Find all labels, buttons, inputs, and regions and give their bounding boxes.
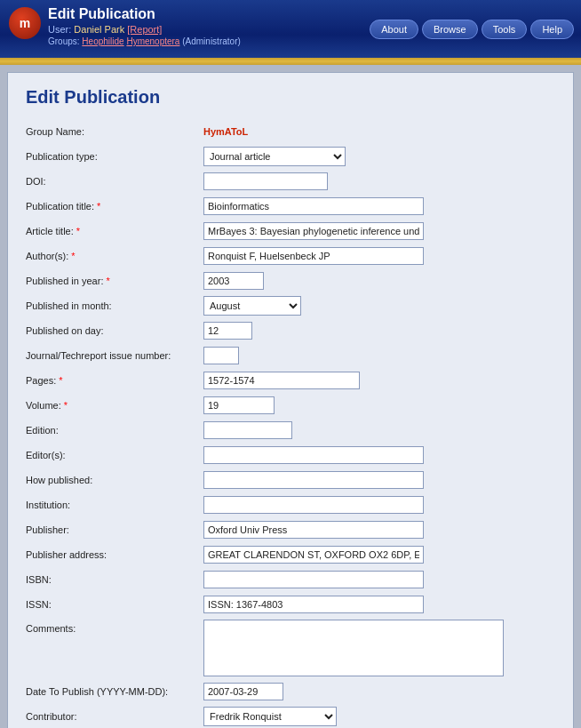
volume-input[interactable] [203, 396, 275, 414]
publisher-address-label: Publisher address: [26, 549, 203, 560]
institution-input[interactable] [203, 496, 424, 514]
header-title-block: Edit Publication User: Daniel Park [Repo… [48, 5, 241, 46]
article-title-row: Article title: * [26, 221, 555, 241]
header-left: m Edit Publication User: Daniel Park [Re… [0, 0, 370, 58]
date-to-publish-row: Date To Publish (YYYY-MM-DD): [26, 682, 555, 701]
doi-input[interactable] [203, 172, 328, 190]
publisher-label: Publisher: [26, 524, 203, 535]
published-year-label: Published in year: * [26, 276, 203, 286]
publication-title-label: Publication title: * [26, 201, 203, 212]
doi-label: DOI: [26, 176, 203, 187]
comments-row: Comments: [26, 620, 555, 676]
date-to-publish-label: Date To Publish (YYYY-MM-DD): [26, 686, 203, 697]
comments-textarea[interactable] [203, 620, 504, 676]
volume-label: Volume: * [26, 400, 203, 411]
page-title: Edit Publication [26, 87, 555, 108]
user-label: User: [48, 24, 71, 35]
header-nav: About Browse Tools Help [370, 0, 581, 58]
article-title-input[interactable] [203, 222, 424, 240]
group-name-row: Group Name: HymAToL [26, 122, 555, 141]
issn-row: ISSN: [26, 595, 555, 614]
editors-input[interactable] [203, 446, 424, 464]
how-published-input[interactable] [203, 471, 424, 489]
authors-label: Author(s): * [26, 251, 203, 261]
contributor-row: Contributor: Fredrik Ronquist Daniel Par… [26, 707, 555, 726]
journal-issue-row: Journal/Techreport issue number: [26, 346, 555, 365]
published-day-row: Published on day: [26, 321, 555, 340]
header-groups: Groups: Heophilide Hymenoptera (Administ… [48, 36, 241, 46]
page-title-header: Edit Publication [48, 5, 241, 22]
published-month-select[interactable]: January February March April May June Ju… [203, 296, 301, 316]
editors-row: Editor(s): [26, 445, 555, 465]
published-year-input[interactable] [203, 272, 264, 290]
journal-issue-label: Journal/Techreport issue number: [26, 350, 203, 361]
help-button[interactable]: Help [530, 20, 574, 39]
publisher-row: Publisher: [26, 520, 555, 540]
published-day-input[interactable] [203, 322, 252, 340]
pages-label: Pages: * [26, 375, 203, 386]
edition-label: Edition: [26, 425, 203, 436]
authors-input[interactable] [203, 247, 424, 265]
header-user: User: Daniel Park [Report] [48, 24, 241, 35]
browse-button[interactable]: Browse [422, 20, 478, 39]
issn-input[interactable] [203, 596, 424, 613]
publication-title-row: Publication title: * [26, 196, 555, 216]
published-day-label: Published on day: [26, 325, 203, 336]
group2-link[interactable]: Hymenoptera [126, 36, 179, 46]
editors-label: Editor(s): [26, 450, 203, 460]
publication-type-row: Publication type: Journal article Book B… [26, 147, 555, 166]
group1-link[interactable]: Heophilide [82, 36, 123, 46]
publication-type-label: Publication type: [26, 151, 203, 162]
header-divider [0, 58, 581, 65]
how-published-row: How published: [26, 470, 555, 490]
publisher-address-row: Publisher address: [26, 545, 555, 564]
groups-label: Groups: [48, 36, 80, 46]
about-button[interactable]: About [370, 20, 418, 39]
journal-issue-input[interactable] [203, 347, 239, 364]
group3: (Administrator) [182, 36, 241, 46]
published-month-row: Published in month: January February Mar… [26, 296, 555, 316]
contributor-label: Contributor: [26, 711, 203, 722]
contributor-select[interactable]: Fredrik Ronquist Daniel Park [203, 707, 337, 726]
authors-row: Author(s): * [26, 246, 555, 266]
isbn-input[interactable] [203, 571, 424, 588]
article-title-label: Article title: * [26, 226, 203, 236]
date-to-publish-input[interactable] [203, 683, 283, 700]
institution-label: Institution: [26, 500, 203, 510]
report-link[interactable]: [Report] [127, 24, 162, 35]
isbn-row: ISBN: [26, 570, 555, 589]
edition-row: Edition: [26, 420, 555, 440]
institution-row: Institution: [26, 495, 555, 515]
isbn-label: ISBN: [26, 574, 203, 585]
publication-title-input[interactable] [203, 197, 424, 215]
header: m Edit Publication User: Daniel Park [Re… [0, 0, 581, 58]
volume-row: Volume: * [26, 396, 555, 415]
publication-type-select[interactable]: Journal article Book Book chapter Thesis… [203, 147, 346, 166]
publisher-input[interactable] [203, 521, 424, 539]
logo-icon: m [9, 7, 41, 39]
publisher-address-input[interactable] [203, 546, 424, 564]
pages-input[interactable] [203, 372, 360, 389]
comments-label: Comments: [26, 623, 203, 634]
edition-input[interactable] [203, 421, 292, 439]
how-published-label: How published: [26, 475, 203, 485]
group-name-value[interactable]: HymAToL [203, 126, 248, 137]
issn-label: ISSN: [26, 599, 203, 610]
group-name-label: Group Name: [26, 126, 203, 137]
username: Daniel Park [74, 24, 124, 35]
tools-button[interactable]: Tools [482, 20, 528, 39]
published-year-row: Published in year: * [26, 271, 555, 291]
main-content: Edit Publication Group Name: HymAToL Pub… [7, 72, 574, 728]
pages-row: Pages: * [26, 371, 555, 390]
doi-row: DOI: [26, 172, 555, 191]
published-month-label: Published in month: [26, 300, 203, 311]
